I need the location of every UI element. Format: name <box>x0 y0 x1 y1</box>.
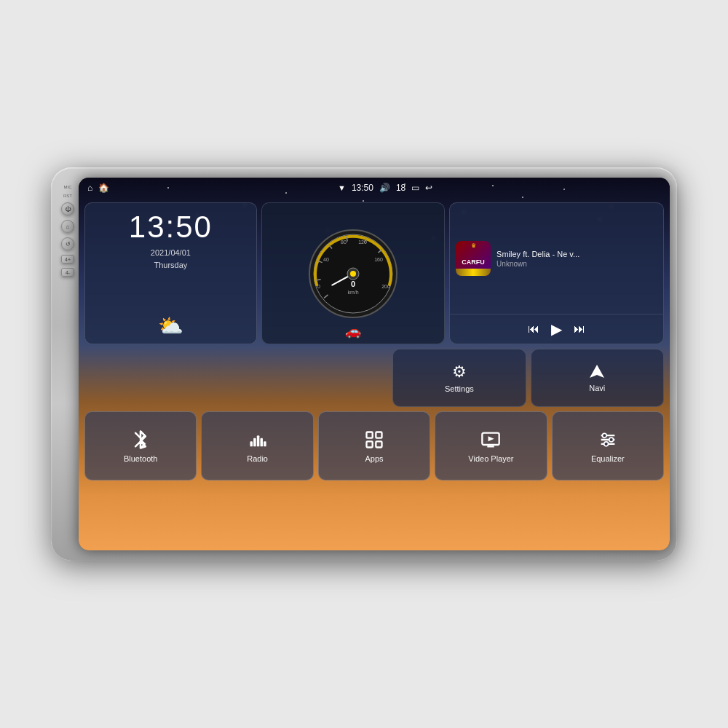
mic-label: MIC <box>64 185 72 189</box>
home-icon: ⌂ <box>66 223 70 230</box>
side-controls: MIC RST ⏻ ⌂ ↺ 4+ 4- <box>58 178 79 550</box>
vol-down-button[interactable]: 4- <box>61 268 74 277</box>
apps-label: Apps <box>365 454 383 463</box>
svg-marker-31 <box>488 436 494 441</box>
power-icon: ⏻ <box>65 206 71 213</box>
status-left: ⌂ 🏠 <box>87 183 109 193</box>
bottom-row: Bluetooth Radio <box>84 411 664 480</box>
clock-date: 2021/04/01 Thursday <box>151 247 191 271</box>
svg-text:160: 160 <box>374 257 383 262</box>
svg-rect-21 <box>250 441 253 446</box>
music-title: Smiley ft. Delia - Ne v... <box>496 250 657 258</box>
main-screen: ⌂ 🏠 ▼ 13:50 🔊 18 ▭ ↩ <box>79 178 670 550</box>
svg-marker-20 <box>590 365 604 378</box>
navi-card[interactable]: Navi <box>531 349 664 407</box>
equalizer-label: Equalizer <box>591 454 625 463</box>
volume-icon: 🔊 <box>379 183 390 193</box>
back-button[interactable]: ↺ <box>61 237 74 250</box>
back-status-icon: ↩ <box>425 183 432 193</box>
power-button[interactable]: ⏻ <box>61 202 74 215</box>
status-bar: ⌂ 🏠 ▼ 13:50 🔊 18 ▭ ↩ <box>79 178 670 198</box>
svg-rect-22 <box>253 438 256 446</box>
bluetooth-button[interactable]: Bluetooth <box>84 411 197 480</box>
middle-row: ⚙ Settings Navi <box>84 349 664 407</box>
bluetooth-icon <box>130 430 151 450</box>
svg-text:40: 40 <box>323 257 329 262</box>
equalizer-icon <box>598 430 618 450</box>
navi-label: Navi <box>589 384 605 392</box>
speedometer-card: 0 40 80 120 160 200 <box>261 202 445 344</box>
svg-point-17 <box>350 271 356 277</box>
volume-level: 18 <box>396 183 405 193</box>
day-text: Thursday <box>154 261 187 269</box>
music-card: ♛ CARFU Smiley ft. Delia - Ne v... Unkno… <box>449 202 664 344</box>
music-controls: ⏮ ▶ ⏭ <box>450 314 663 344</box>
status-center: ▼ 13:50 🔊 18 ▭ ↩ <box>338 183 432 193</box>
home-button[interactable]: ⌂ <box>61 220 74 233</box>
svg-rect-26 <box>367 432 373 438</box>
navi-arrow-icon <box>588 363 606 381</box>
svg-text:0: 0 <box>351 280 355 288</box>
vol-up-button[interactable]: 4+ <box>61 255 74 264</box>
svg-text:km/h: km/h <box>347 290 358 295</box>
house-filled-icon[interactable]: 🏠 <box>98 183 109 193</box>
svg-rect-25 <box>264 441 266 446</box>
top-row: 13:50 2021/04/01 Thursday ⛅ <box>84 202 664 344</box>
play-button[interactable]: ▶ <box>551 320 562 338</box>
music-info: Smiley ft. Delia - Ne v... Unknown <box>496 250 657 268</box>
svg-rect-27 <box>376 432 381 438</box>
prev-button[interactable]: ⏮ <box>528 323 539 336</box>
back-arrow-icon: ↺ <box>66 241 71 248</box>
apps-button[interactable]: Apps <box>318 411 430 480</box>
radio-button[interactable]: Radio <box>201 411 313 480</box>
svg-text:0: 0 <box>317 284 320 289</box>
apps-icon <box>364 430 384 450</box>
vol-up-icon: 4+ <box>65 257 71 262</box>
radio-icon <box>248 430 268 450</box>
music-artist: Unknown <box>496 260 657 268</box>
music-album-art: ♛ CARFU <box>456 241 491 276</box>
radio-label: Radio <box>247 454 268 463</box>
crown-icon: ♛ <box>471 242 476 249</box>
svg-rect-24 <box>260 438 263 446</box>
svg-point-38 <box>604 441 609 446</box>
clock-card: 13:50 2021/04/01 Thursday ⛅ <box>84 202 257 344</box>
next-button[interactable]: ⏭ <box>574 323 585 336</box>
svg-point-37 <box>609 438 614 442</box>
road-car-icon: 🚗 <box>345 323 361 339</box>
rst-label: RST <box>63 194 72 198</box>
svg-text:80: 80 <box>341 240 347 245</box>
home-nav-icon[interactable]: ⌂ <box>87 183 92 193</box>
wifi-icon: ▼ <box>338 183 346 192</box>
svg-text:200: 200 <box>381 284 390 289</box>
music-top: ♛ CARFU Smiley ft. Delia - Ne v... Unkno… <box>450 203 663 314</box>
status-time: 13:50 <box>352 183 373 193</box>
video-button[interactable]: Video Player <box>435 411 547 480</box>
weather-icon: ⛅ <box>158 314 183 338</box>
window-icon: ▭ <box>411 183 419 193</box>
video-icon <box>480 430 501 450</box>
svg-rect-23 <box>256 435 259 446</box>
speedometer-svg: 0 40 80 120 160 200 <box>306 226 400 321</box>
settings-card[interactable]: ⚙ Settings <box>392 349 526 407</box>
video-label: Video Player <box>468 454 513 463</box>
svg-rect-29 <box>376 441 381 447</box>
clock-time: 13:50 <box>129 212 213 242</box>
vol-down-icon: 4- <box>66 270 70 275</box>
album-logo-text: CARFU <box>462 258 485 266</box>
svg-point-36 <box>602 433 606 438</box>
main-content: 13:50 2021/04/01 Thursday ⛅ <box>79 198 670 550</box>
equalizer-button[interactable]: Equalizer <box>552 411 664 480</box>
settings-gear-icon: ⚙ <box>452 363 467 381</box>
bluetooth-label: Bluetooth <box>124 454 157 463</box>
car-radio-device: MIC RST ⏻ ⌂ ↺ 4+ 4- <box>51 167 677 561</box>
svg-rect-28 <box>367 441 373 447</box>
date-text: 2021/04/01 <box>151 248 191 257</box>
screen-wrapper: ⌂ 🏠 ▼ 13:50 🔊 18 ▭ ↩ <box>79 178 670 550</box>
settings-label: Settings <box>445 384 474 393</box>
